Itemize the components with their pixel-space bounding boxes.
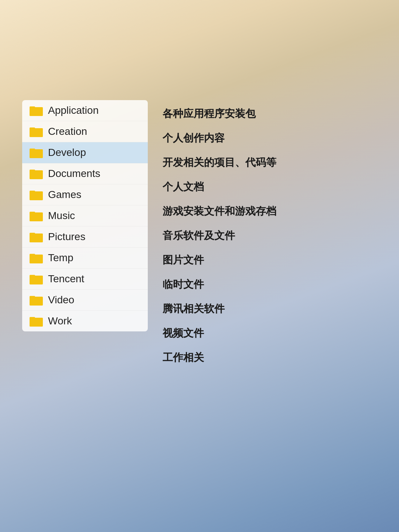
svg-rect-11 <box>30 170 43 179</box>
svg-rect-20 <box>30 233 43 242</box>
folder-name: Music <box>48 210 75 222</box>
svg-rect-32 <box>30 318 43 327</box>
svg-rect-26 <box>30 276 43 284</box>
folder-item[interactable]: Games <box>22 184 148 205</box>
svg-rect-23 <box>30 255 43 263</box>
folder-icon <box>30 105 43 116</box>
folder-name: Video <box>48 294 74 306</box>
folder-name: Creation <box>48 126 87 137</box>
content-area: Application Creation Develop Documents G… <box>22 100 377 370</box>
description-item: 个人文档 <box>163 175 377 199</box>
svg-rect-17 <box>30 212 43 221</box>
folder-name: Tencent <box>48 273 84 285</box>
folder-icon <box>30 210 43 221</box>
folder-icon <box>30 273 43 284</box>
folder-icon <box>30 189 43 200</box>
folder-item[interactable]: Creation <box>22 121 148 142</box>
folder-item[interactable]: Documents <box>22 163 148 184</box>
folder-name: Documents <box>48 168 100 180</box>
folder-icon <box>30 147 43 158</box>
folder-item[interactable]: Music <box>22 205 148 226</box>
description-item: 视频文件 <box>163 321 377 345</box>
folder-item[interactable]: Tencent <box>22 269 148 290</box>
folder-list: Application Creation Develop Documents G… <box>22 100 148 331</box>
folder-item[interactable]: Video <box>22 290 148 311</box>
description-item: 工作相关 <box>163 345 377 370</box>
folder-item[interactable]: Develop <box>22 142 148 163</box>
folder-name: Temp <box>48 252 73 264</box>
folder-name: Pictures <box>48 231 85 243</box>
description-item: 个人创作内容 <box>163 126 377 150</box>
folder-name: Work <box>48 315 72 327</box>
svg-rect-8 <box>30 149 43 158</box>
svg-rect-2 <box>30 107 43 116</box>
description-item: 临时文件 <box>163 272 377 297</box>
folder-icon <box>30 252 43 263</box>
svg-rect-14 <box>30 191 43 200</box>
folder-icon <box>30 168 43 179</box>
description-item: 音乐软件及文件 <box>163 224 377 248</box>
folder-name: Develop <box>48 147 86 158</box>
page: Application Creation Develop Documents G… <box>0 0 399 532</box>
folder-item[interactable]: Pictures <box>22 226 148 248</box>
description-item: 游戏安装文件和游戏存档 <box>163 199 377 224</box>
folder-icon <box>30 294 43 306</box>
description-item: 腾讯相关软件 <box>163 297 377 321</box>
folder-item[interactable]: Temp <box>22 248 148 269</box>
folder-item[interactable]: Work <box>22 311 148 331</box>
folder-icon <box>30 316 43 327</box>
description-item: 各种应用程序安装包 <box>163 102 377 126</box>
folder-name: Application <box>48 105 99 116</box>
folder-name: Games <box>48 189 81 201</box>
svg-rect-29 <box>30 297 43 306</box>
description-item: 图片文件 <box>163 248 377 272</box>
description-list: 各种应用程序安装包个人创作内容开发相关的项目、代码等个人文档游戏安装文件和游戏存… <box>163 100 377 370</box>
svg-rect-5 <box>30 128 43 137</box>
folder-icon <box>30 126 43 137</box>
folder-icon <box>30 231 43 242</box>
folder-item[interactable]: Application <box>22 100 148 121</box>
description-item: 开发相关的项目、代码等 <box>163 150 377 175</box>
